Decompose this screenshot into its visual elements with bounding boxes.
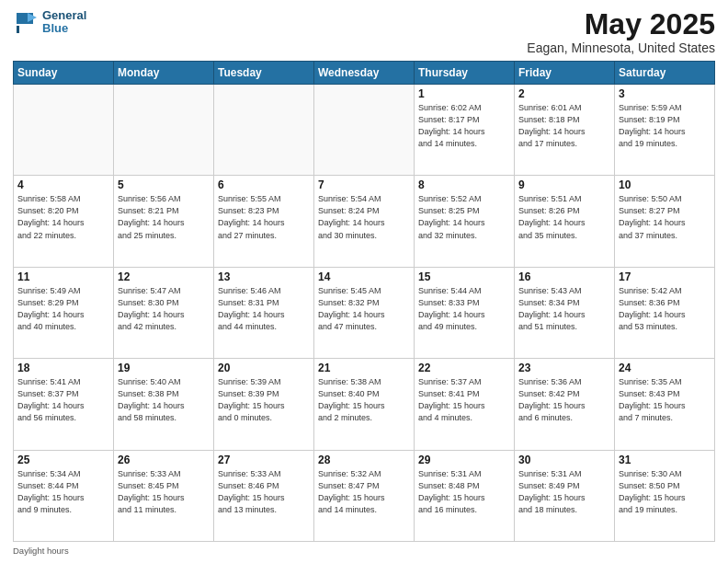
day-info: Sunrise: 5:30 AM Sunset: 8:50 PM Dayligh… [619,468,711,516]
weekday-header-tuesday: Tuesday [214,62,314,85]
calendar-cell: 4Sunrise: 5:58 AM Sunset: 8:20 PM Daylig… [14,176,114,267]
calendar-cell: 2Sunrise: 6:01 AM Sunset: 8:18 PM Daylig… [515,85,615,176]
day-number: 28 [318,454,410,466]
day-info: Sunrise: 5:36 AM Sunset: 8:42 PM Dayligh… [518,376,610,424]
day-number: 5 [118,178,210,191]
day-number: 18 [17,362,109,374]
day-number: 12 [118,270,210,283]
logo-text: General Blue [42,9,86,36]
day-info: Sunrise: 5:47 AM Sunset: 8:30 PM Dayligh… [118,285,210,333]
day-number: 26 [118,454,210,466]
day-info: Sunrise: 5:58 AM Sunset: 8:20 PM Dayligh… [17,193,109,241]
day-info: Sunrise: 5:37 AM Sunset: 8:41 PM Dayligh… [418,376,510,424]
calendar-cell: 13Sunrise: 5:46 AM Sunset: 8:31 PM Dayli… [214,267,314,358]
logo: General Blue [13,9,86,36]
calendar-cell [314,85,415,176]
calendar-cell: 27Sunrise: 5:33 AM Sunset: 8:46 PM Dayli… [214,450,314,541]
calendar-cell: 30Sunrise: 5:31 AM Sunset: 8:49 PM Dayli… [515,450,615,541]
day-info: Sunrise: 5:33 AM Sunset: 8:45 PM Dayligh… [118,468,210,516]
day-info: Sunrise: 5:44 AM Sunset: 8:33 PM Dayligh… [418,285,510,333]
day-number: 20 [218,362,310,374]
day-info: Sunrise: 5:38 AM Sunset: 8:40 PM Dayligh… [318,376,410,424]
calendar-cell: 19Sunrise: 5:40 AM Sunset: 8:38 PM Dayli… [114,359,214,450]
svg-rect-3 [17,26,19,33]
day-number: 22 [418,362,510,374]
day-info: Sunrise: 5:34 AM Sunset: 8:44 PM Dayligh… [17,468,109,516]
footer-note: Daylight hours [13,546,715,556]
title-block: May 2025 Eagan, Minnesota, United States [527,9,715,55]
day-info: Sunrise: 5:31 AM Sunset: 8:48 PM Dayligh… [418,468,510,516]
day-number: 10 [619,178,711,191]
day-number: 16 [518,270,610,283]
calendar-table: SundayMondayTuesdayWednesdayThursdayFrid… [13,61,715,542]
calendar-cell: 1Sunrise: 6:02 AM Sunset: 8:17 PM Daylig… [415,85,515,176]
day-info: Sunrise: 5:43 AM Sunset: 8:34 PM Dayligh… [518,285,610,333]
page: General Blue May 2025 Eagan, Minnesota, … [0,0,728,563]
calendar-cell: 9Sunrise: 5:51 AM Sunset: 8:26 PM Daylig… [515,176,615,267]
day-number: 31 [619,454,711,466]
calendar-cell: 31Sunrise: 5:30 AM Sunset: 8:50 PM Dayli… [615,450,715,541]
day-number: 24 [619,362,711,374]
weekday-header-thursday: Thursday [415,62,515,85]
calendar-cell: 21Sunrise: 5:38 AM Sunset: 8:40 PM Dayli… [314,359,415,450]
calendar-week-2: 4Sunrise: 5:58 AM Sunset: 8:20 PM Daylig… [14,176,715,267]
header: General Blue May 2025 Eagan, Minnesota, … [13,9,715,55]
calendar-cell [14,85,114,176]
day-info: Sunrise: 5:31 AM Sunset: 8:49 PM Dayligh… [518,468,610,516]
calendar-cell: 8Sunrise: 5:52 AM Sunset: 8:25 PM Daylig… [415,176,515,267]
day-info: Sunrise: 5:51 AM Sunset: 8:26 PM Dayligh… [518,193,610,241]
calendar-cell [114,85,214,176]
calendar-cell: 3Sunrise: 5:59 AM Sunset: 8:19 PM Daylig… [615,85,715,176]
day-info: Sunrise: 5:41 AM Sunset: 8:37 PM Dayligh… [17,376,109,424]
calendar-cell: 22Sunrise: 5:37 AM Sunset: 8:41 PM Dayli… [415,359,515,450]
day-info: Sunrise: 5:39 AM Sunset: 8:39 PM Dayligh… [218,376,310,424]
calendar-week-3: 11Sunrise: 5:49 AM Sunset: 8:29 PM Dayli… [14,267,715,358]
calendar-week-4: 18Sunrise: 5:41 AM Sunset: 8:37 PM Dayli… [14,359,715,450]
calendar-week-5: 25Sunrise: 5:34 AM Sunset: 8:44 PM Dayli… [14,450,715,541]
title-month: May 2025 [527,9,715,39]
calendar-week-1: 1Sunrise: 6:02 AM Sunset: 8:17 PM Daylig… [14,85,715,176]
day-info: Sunrise: 5:32 AM Sunset: 8:47 PM Dayligh… [318,468,410,516]
calendar-cell: 18Sunrise: 5:41 AM Sunset: 8:37 PM Dayli… [14,359,114,450]
title-location: Eagan, Minnesota, United States [527,40,715,55]
calendar-cell: 11Sunrise: 5:49 AM Sunset: 8:29 PM Dayli… [14,267,114,358]
weekday-header-friday: Friday [515,62,615,85]
calendar-cell: 10Sunrise: 5:50 AM Sunset: 8:27 PM Dayli… [615,176,715,267]
day-info: Sunrise: 5:56 AM Sunset: 8:21 PM Dayligh… [118,193,210,241]
calendar-cell: 7Sunrise: 5:54 AM Sunset: 8:24 PM Daylig… [314,176,415,267]
day-number: 4 [17,178,109,191]
day-number: 2 [518,87,610,100]
calendar-cell [214,85,314,176]
calendar-cell: 6Sunrise: 5:55 AM Sunset: 8:23 PM Daylig… [214,176,314,267]
day-number: 3 [619,87,711,100]
day-info: Sunrise: 5:45 AM Sunset: 8:32 PM Dayligh… [318,285,410,333]
day-number: 11 [17,270,109,283]
day-number: 6 [218,178,310,191]
day-info: Sunrise: 5:35 AM Sunset: 8:43 PM Dayligh… [619,376,711,424]
calendar-cell: 25Sunrise: 5:34 AM Sunset: 8:44 PM Dayli… [14,450,114,541]
day-number: 17 [619,270,711,283]
calendar-cell: 20Sunrise: 5:39 AM Sunset: 8:39 PM Dayli… [214,359,314,450]
day-number: 9 [518,178,610,191]
day-info: Sunrise: 5:49 AM Sunset: 8:29 PM Dayligh… [17,285,109,333]
calendar-cell: 26Sunrise: 5:33 AM Sunset: 8:45 PM Dayli… [114,450,214,541]
calendar-cell: 14Sunrise: 5:45 AM Sunset: 8:32 PM Dayli… [314,267,415,358]
calendar-cell: 29Sunrise: 5:31 AM Sunset: 8:48 PM Dayli… [415,450,515,541]
day-info: Sunrise: 5:59 AM Sunset: 8:19 PM Dayligh… [619,102,711,150]
day-number: 13 [218,270,310,283]
calendar-cell: 24Sunrise: 5:35 AM Sunset: 8:43 PM Dayli… [615,359,715,450]
calendar-cell: 16Sunrise: 5:43 AM Sunset: 8:34 PM Dayli… [515,267,615,358]
day-number: 1 [418,87,510,100]
day-number: 27 [218,454,310,466]
day-info: Sunrise: 5:54 AM Sunset: 8:24 PM Dayligh… [318,193,410,241]
day-info: Sunrise: 5:46 AM Sunset: 8:31 PM Dayligh… [218,285,310,333]
day-number: 25 [17,454,109,466]
weekday-header-row: SundayMondayTuesdayWednesdayThursdayFrid… [14,62,715,85]
day-info: Sunrise: 5:50 AM Sunset: 8:27 PM Dayligh… [619,193,711,241]
calendar-cell: 23Sunrise: 5:36 AM Sunset: 8:42 PM Dayli… [515,359,615,450]
day-info: Sunrise: 5:52 AM Sunset: 8:25 PM Dayligh… [418,193,510,241]
calendar-cell: 12Sunrise: 5:47 AM Sunset: 8:30 PM Dayli… [114,267,214,358]
weekday-header-saturday: Saturday [615,62,715,85]
calendar-cell: 28Sunrise: 5:32 AM Sunset: 8:47 PM Dayli… [314,450,415,541]
weekday-header-sunday: Sunday [14,62,114,85]
